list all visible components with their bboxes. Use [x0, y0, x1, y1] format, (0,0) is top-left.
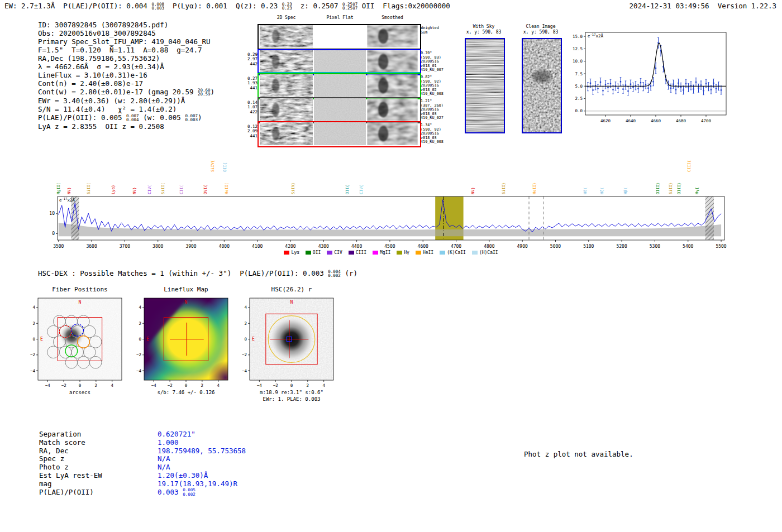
match-table-row: mag19.17(18.93,19.49)R [39, 480, 246, 488]
legend-label: HeII [423, 250, 433, 255]
svg-text:−2: −2 [242, 352, 247, 357]
match-table-value: 1.20(±0.30)Å [158, 471, 208, 480]
legend-item: CIII [349, 250, 366, 255]
legend-label: OII [313, 250, 321, 255]
match-table-row: Separation0.620721" [39, 430, 246, 438]
info-line: LineFlux = 3.10(±0.31)e-16 [38, 71, 214, 79]
info-line: F=1.5" T=0.120 N̄=1.11 A=0.8̄8 g=24.7 [38, 46, 214, 54]
legend-item: HeII [416, 250, 433, 255]
svg-text:−2: −2 [61, 383, 66, 388]
svg-text:4640: 4640 [626, 118, 636, 123]
spec2d-2d-image [260, 74, 313, 97]
svg-text:−4: −4 [45, 383, 51, 388]
spec2d-col-header-smoothed: Smoothed [367, 15, 418, 20]
svg-text:4300: 4300 [318, 244, 329, 248]
match-table-value: N/A [158, 454, 170, 463]
svg-text:SiII}: SiII} [502, 183, 506, 194]
legend-item: MgII [373, 250, 390, 255]
match-table-label: Spec z [39, 454, 158, 463]
match-table-label: Separation [39, 430, 158, 438]
svg-text:0: 0 [244, 337, 247, 342]
svg-text:4: 4 [32, 305, 35, 310]
info-line: Obs: 20200516v018_3007892845 [38, 29, 214, 37]
match-table-value: 1.000 [158, 438, 179, 447]
spectrum-legend: LyαOIICIVCIIIMgIIHγHeII(K)CaII(H)CaII [212, 250, 570, 255]
svg-text:4500: 4500 [384, 244, 395, 248]
svg-text:7.5: 7.5 [575, 71, 583, 76]
svg-text:4620: 4620 [600, 118, 611, 123]
summary-header: EW: 2.7±1.3Å P(LAE)/P(OII): 0.004 0.0080… [4, 2, 450, 11]
svg-text:OII{: OII{ [345, 185, 350, 194]
spec2d-row-left-label: 0.141.07422 [244, 100, 258, 114]
svg-text:−2: −2 [30, 352, 35, 357]
svg-text:3600: 3600 [86, 244, 97, 248]
svg-text:MgII(: MgII( [56, 183, 61, 194]
hsc-image-title: HSC(26.2) r [241, 286, 342, 293]
match-table-label: Photo z [39, 463, 158, 471]
match-table-value: 0.003 0.0050.002 [158, 488, 196, 496]
spec2d-pixelflat-image [314, 50, 366, 73]
clean-image-coords: x, y: 590, 83 [515, 30, 566, 35]
match-table-value: 0.620721" [158, 430, 196, 438]
svg-text:10: 10 [49, 211, 55, 216]
legend-item: Lyα [284, 250, 299, 255]
svg-text:−4: −4 [242, 368, 247, 373]
svg-text:2: 2 [307, 383, 309, 388]
spec2d-pixelflat-image [314, 98, 366, 121]
svg-text:HeII(: HeII( [225, 183, 229, 194]
svg-text:Hδ(: Hδ( [583, 187, 588, 194]
spec2d-row-left-label: 0.122.09441 [244, 124, 258, 138]
fiber-positions-plot: −4−4−2−2002244NE [27, 294, 133, 390]
svg-text:4: 4 [217, 383, 220, 388]
svg-text:4680: 4680 [676, 118, 686, 123]
legend-swatch [306, 251, 311, 255]
svg-text:5100: 5100 [583, 244, 594, 248]
info-line: RA,Dec (198.759186,55.753632) [38, 54, 214, 63]
legend-swatch [440, 251, 445, 255]
svg-text:0: 0 [185, 383, 188, 388]
legend-swatch [327, 251, 332, 255]
lineflux-map-plot: −4−4−2−2002244NE [133, 294, 239, 390]
svg-text:Lyα}: Lyα} [111, 185, 116, 194]
spec2d-row-annotation: 1.34"(590, 92)20200516v018_03419_RU_008 [421, 123, 449, 145]
svg-text:−4: −4 [257, 383, 263, 388]
spec2d-smoothed-image [367, 74, 418, 97]
svg-text:N: N [290, 300, 293, 305]
svg-text:OVI{: OVI{ [203, 185, 208, 194]
spec2d-2d-image [260, 25, 313, 47]
svg-text:CIV(: CIV( [147, 185, 152, 194]
svg-text:−2: −2 [136, 352, 141, 357]
svg-text:E: E [40, 337, 43, 342]
with-sky-image [465, 38, 505, 133]
svg-text:3700: 3700 [120, 244, 130, 248]
svg-text:0: 0 [79, 383, 82, 388]
svg-text:10.0: 10.0 [573, 59, 583, 64]
detection-info: ID: 3007892845 (3007892845.pdf)Obs: 2020… [38, 21, 214, 131]
match-table: Separation0.620721"Match score1.000RA, D… [39, 430, 246, 496]
line-fit-plot: 0.02.55.07.510.012.515.04620464046604680… [564, 25, 754, 142]
spec2d-row-left-label: 0.292.97442 [244, 52, 258, 66]
svg-text:Hγ{: Hγ{ [695, 187, 699, 194]
spec2d-pixelflat-image [314, 74, 366, 97]
info-line: ID: 3007892845 (3007892845.pdf) [38, 21, 214, 29]
svg-text:0: 0 [32, 337, 35, 342]
svg-text:4400: 4400 [351, 244, 362, 248]
spec2d-2d-image [260, 50, 313, 73]
legend-label: CIII [356, 250, 366, 255]
svg-text:SiII(: SiII( [87, 183, 91, 194]
svg-text:SiIV}: SiIV} [291, 183, 295, 194]
spec2d-col-header-pixelflat: Pixel Flat [314, 15, 366, 20]
legend-swatch [373, 251, 378, 255]
svg-text:SiII}: SiII} [669, 183, 673, 194]
svg-text:−4: −4 [151, 383, 157, 388]
legend-label: MgII [380, 250, 390, 255]
svg-text:4: 4 [322, 383, 325, 388]
hsc-image-plot: −4−4−2−2002244NE [239, 294, 345, 390]
svg-text:0: 0 [139, 337, 141, 342]
spectrum-line [59, 200, 721, 232]
svg-text:5400: 5400 [683, 244, 693, 248]
hsc-caption-1: m:18.9 re:3.1" s:0.6" [241, 390, 342, 395]
timestamp: 2024-12-31 03:49:56 Version 1.22.3 [630, 2, 776, 10]
svg-text:3800: 3800 [152, 244, 163, 248]
match-table-row: RA, Dec198.759489, 55.753658 [39, 447, 246, 455]
